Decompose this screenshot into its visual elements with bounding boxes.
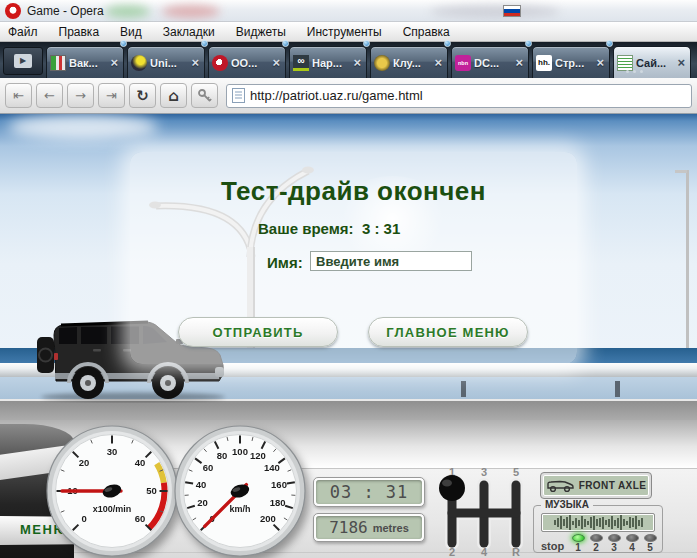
guardrail-post [615,381,620,397]
time-value: 3 : 31 [362,220,400,237]
tab-close-icon[interactable]: × [513,55,525,70]
menu-view[interactable]: Вид [120,25,142,39]
tab-4-favicon: ∞ [293,55,309,71]
tab-close-icon[interactable]: × [351,55,363,70]
back-button[interactable]: ← [36,83,63,108]
track-button-4[interactable]: 4 [623,534,641,553]
distance-value: 7186 [329,518,368,537]
main-menu-button[interactable]: ГЛАВНОЕ МЕНЮ [368,317,528,347]
suv-icon [546,479,574,493]
home-button[interactable]: ⌂ [160,83,187,108]
tab-2[interactable]: Uni... × [127,46,205,78]
menu-tools[interactable]: Инструменты [307,25,382,39]
tab-1[interactable]: Вак... × [46,46,124,78]
svg-text:200: 200 [260,513,276,524]
url-text[interactable]: http://patriot.uaz.ru/game.html [250,88,423,103]
track-button-2[interactable]: 2 [587,534,605,553]
svg-text:140: 140 [264,462,280,473]
address-bar[interactable]: http://patriot.uaz.ru/game.html [226,84,692,108]
tab-3[interactable]: ОО... × [208,46,286,78]
tab-6-favicon: nbn [455,55,471,71]
menu-file[interactable]: Файл [8,25,38,39]
tab-8-favicon [617,55,633,71]
front-axle-button[interactable]: FRONT AXLE [540,472,652,499]
svg-text:180: 180 [270,497,286,508]
name-label: Имя: [267,254,303,271]
guardrail-post [461,381,466,397]
name-input[interactable] [310,251,472,271]
menu-help[interactable]: Справка [403,25,450,39]
gear-label-r: R [512,546,520,558]
gear-label-4: 4 [481,546,488,558]
svg-text:30: 30 [107,446,118,457]
track-selector: stop 1 2 3 4 5 [541,534,659,553]
distance-unit: metres [373,522,409,534]
tab-4[interactable]: ∞ Нар... × [289,46,367,78]
gear-shifter[interactable]: 1 3 5 2 4 R [438,464,538,558]
tab-indicator-dot [120,40,127,47]
panel-toggle-icon: ▶ [14,54,32,68]
track-led [626,534,639,542]
svg-text:160: 160 [271,479,287,490]
tab-close-icon[interactable]: × [108,55,120,70]
track-button-3[interactable]: 3 [605,534,623,553]
gear-knob-highlight [442,480,452,487]
panel-toggle-button[interactable]: ▶ [3,47,43,75]
submit-button[interactable]: ОТПРАВИТЬ [178,317,338,347]
stop-label[interactable]: stop [541,540,569,553]
tab-indicator-dot [606,40,613,47]
dialog-title: Тест-драйв окончен [130,176,577,207]
menu-bar: Файл Правка Вид Закладки Виджеты Инструм… [0,22,697,42]
tachometer-gauge: 0102030405060x100/min [44,423,180,558]
key-icon [197,88,213,104]
fast-forward-button[interactable]: ⇥ [98,83,125,108]
svg-text:60: 60 [203,462,214,473]
track-button-1[interactable]: 1 [569,534,587,553]
svg-text:20: 20 [197,497,208,508]
gear-knob[interactable] [439,475,465,501]
tab-6[interactable]: nbn DC... × [451,46,529,78]
game-viewport: Тест-драйв окончен Ваше время: 3 : 31 Им… [0,114,697,558]
gear-label-5: 5 [513,466,519,478]
speedometer-gauge: 020406080100120140160180200km/h [172,423,308,558]
tab-indicator-dot [363,40,370,47]
distance-display: 7186 metres [313,513,425,542]
tab-1-favicon [50,55,66,71]
tab-3-favicon [212,55,228,71]
aero-reflection [162,5,220,18]
password-key-button[interactable] [191,83,218,108]
tab-5[interactable]: Клу... × [370,46,448,78]
tab-close-icon[interactable]: × [675,55,687,70]
music-panel: МУЗЫКА stop 1 2 3 4 [533,505,663,553]
tab-close-icon[interactable]: × [432,55,444,70]
track-button-5[interactable]: 5 [641,534,659,553]
svg-text:40: 40 [196,479,207,490]
menu-widgets[interactable]: Виджеты [236,25,286,39]
svg-text:0: 0 [81,513,86,524]
tab-7-favicon: hh. [536,55,552,71]
svg-text:80: 80 [217,450,228,461]
menu-bookmarks[interactable]: Закладки [163,25,215,39]
time-display: 03 : 31 [313,477,425,507]
gear-label-2: 2 [449,546,455,558]
tab-close-icon[interactable]: × [594,55,606,70]
reload-button[interactable]: ↻ [129,83,156,108]
navigation-bar: ⇤ ← → ⇥ ↻ ⌂ http://patriot.uaz.ru/game.h… [0,78,697,114]
opera-logo-icon[interactable] [5,3,21,19]
russian-flag-icon [503,5,521,17]
tab-indicator-dot [444,40,451,47]
page-icon [232,88,245,103]
tab-close-icon[interactable]: × [189,55,201,70]
tab-7[interactable]: hh. Стр... × [532,46,610,78]
menu-edit[interactable]: Правка [59,25,100,39]
tab-bar-grip[interactable] [626,70,650,74]
forward-button[interactable]: → [67,83,94,108]
title-bar[interactable]: Game - Opera [0,0,697,22]
window-title: Game - Opera [27,4,104,18]
tab-8-active[interactable]: Сай... × [613,46,691,78]
aero-reflection [430,5,560,18]
cloud [8,114,158,140]
distant-lamp-arm [675,170,687,173]
fast-back-button[interactable]: ⇤ [5,83,32,108]
tab-close-icon[interactable]: × [270,55,282,70]
